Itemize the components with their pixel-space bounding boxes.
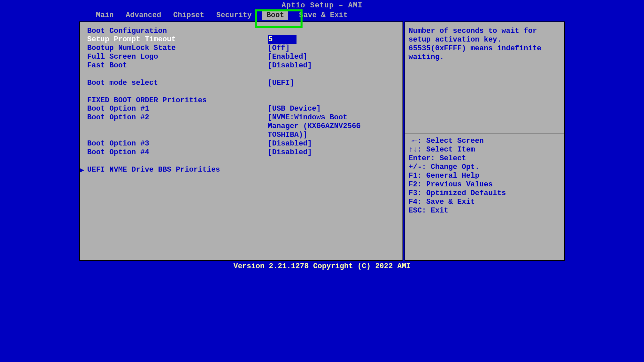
option-value: [Off] bbox=[268, 44, 290, 53]
submenu-arrow-icon: ▶ bbox=[80, 166, 84, 175]
help-panel: Number of seconds to wait for setup acti… bbox=[405, 21, 565, 261]
tab-advanced[interactable]: Advanced bbox=[124, 10, 163, 20]
option-value: [Disabled] bbox=[268, 139, 312, 148]
option-label: Setup Prompt Timeout bbox=[87, 35, 268, 44]
section-fixed-boot-order: FIXED BOOT ORDER Priorities bbox=[87, 96, 395, 105]
option-label: Bootup NumLock State bbox=[87, 44, 268, 53]
tab-main[interactable]: Main bbox=[95, 10, 115, 20]
key-optimized-defaults: F3: Optimized Defaults bbox=[409, 189, 561, 198]
option-value: 5 bbox=[268, 35, 297, 44]
option-value: [Enabled] bbox=[268, 53, 308, 61]
key-general-help: F1: General Help bbox=[409, 172, 561, 180]
option-boot-mode-select[interactable]: Boot mode select [UEFI] bbox=[87, 79, 395, 87]
key-esc-exit: ESC: Exit bbox=[409, 206, 561, 215]
option-label: Boot Option #1 bbox=[87, 105, 268, 113]
option-label: Fast Boot bbox=[87, 61, 268, 70]
submenu-uefi-nvme-bbs[interactable]: ▶ UEFI NVME Drive BBS Priorities bbox=[87, 166, 395, 174]
key-previous-values: F2: Previous Values bbox=[409, 180, 561, 189]
option-label: Boot Option #4 bbox=[87, 148, 268, 157]
option-value: [Disabled] bbox=[268, 61, 312, 70]
tab-security[interactable]: Security bbox=[215, 10, 253, 20]
option-boot-option-2[interactable]: Boot Option #2 [NVME:Windows Boot Manage… bbox=[87, 113, 395, 139]
footer-version: Version 2.21.1278 Copyright (C) 2022 AMI bbox=[78, 261, 566, 272]
option-fast-boot[interactable]: Fast Boot [Disabled] bbox=[87, 61, 395, 70]
tab-chipset[interactable]: Chipset bbox=[172, 10, 205, 20]
option-setup-prompt-timeout[interactable]: Setup Prompt Timeout 5 bbox=[87, 35, 395, 44]
help-description: Number of seconds to wait for setup acti… bbox=[409, 27, 561, 62]
option-boot-option-1[interactable]: Boot Option #1 [USB Device] bbox=[87, 105, 395, 113]
option-label: Boot Option #2 bbox=[87, 113, 268, 139]
option-boot-option-4[interactable]: Boot Option #4 [Disabled] bbox=[87, 148, 395, 157]
option-value: [UEFI] bbox=[268, 79, 294, 87]
help-keys: →←: Select Screen ↑↓: Select Item Enter:… bbox=[409, 137, 561, 215]
option-value: [Disabled] bbox=[268, 148, 312, 157]
key-select-item: ↑↓: Select Item bbox=[409, 145, 561, 154]
option-bootup-numlock[interactable]: Bootup NumLock State [Off] bbox=[87, 44, 395, 53]
tab-save-exit[interactable]: Save & Exit bbox=[298, 10, 349, 20]
option-boot-option-3[interactable]: Boot Option #3 [Disabled] bbox=[87, 139, 395, 148]
submenu-label: UEFI NVME Drive BBS Priorities bbox=[87, 166, 220, 174]
option-full-screen-logo[interactable]: Full Screen Logo [Enabled] bbox=[87, 53, 395, 61]
option-label: Boot mode select bbox=[87, 79, 268, 87]
help-divider bbox=[405, 133, 564, 133]
tab-bar: Main Advanced Chipset Security Boot Save… bbox=[78, 10, 566, 21]
main-panel: Boot Configuration Setup Prompt Timeout … bbox=[79, 21, 403, 261]
key-save-exit: F4: Save & Exit bbox=[409, 198, 561, 206]
section-boot-config: Boot Configuration bbox=[87, 27, 395, 35]
option-label: Boot Option #3 bbox=[87, 139, 268, 148]
tab-boot[interactable]: Boot bbox=[262, 10, 288, 20]
option-label: Full Screen Logo bbox=[87, 53, 268, 61]
key-change-opt: +/-: Change Opt. bbox=[409, 163, 561, 172]
setup-title: Aptio Setup – AMI bbox=[78, 0, 566, 10]
key-select-screen: →←: Select Screen bbox=[409, 137, 561, 145]
key-enter-select: Enter: Select bbox=[409, 154, 561, 163]
option-value: [USB Device] bbox=[268, 105, 321, 113]
option-value: [NVME:Windows Boot Manager (KXG6AZNV256G… bbox=[268, 113, 375, 139]
